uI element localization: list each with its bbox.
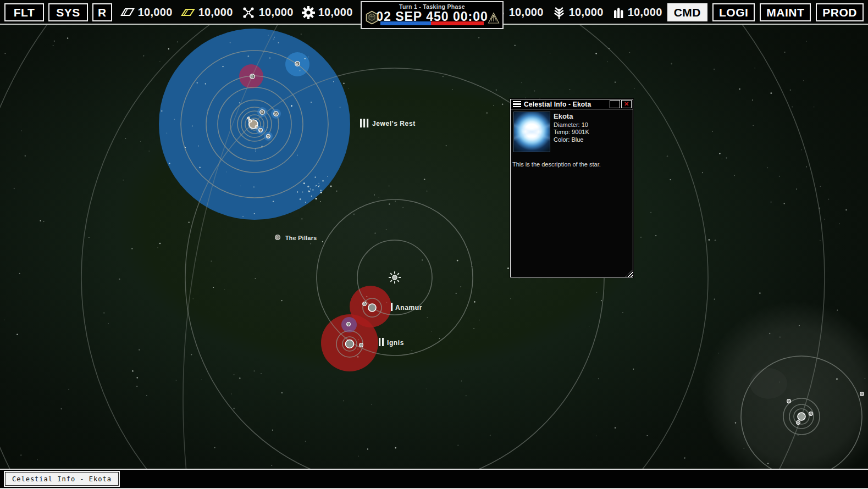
star-map[interactable]: Jewel's Rest The Pillars Anamur Ignis <box>0 0 868 489</box>
resource-gold: 10,000 <box>180 6 233 19</box>
moon[interactable] <box>860 392 864 396</box>
label-the-pillars[interactable]: The Pillars <box>285 235 317 241</box>
planet-ignis[interactable] <box>346 340 354 348</box>
cargo-hex-icon <box>365 10 379 27</box>
r-button[interactable]: R <box>92 3 112 21</box>
moon[interactable] <box>360 343 363 347</box>
resource-value: 10,000 <box>138 6 173 19</box>
moon[interactable] <box>267 135 270 138</box>
resource-value: 10,000 <box>509 6 544 19</box>
star-temp: Temp: 9001K <box>554 129 589 136</box>
resource-machinery: 10,000 <box>301 5 353 20</box>
label-anamur[interactable]: Anamur <box>391 303 422 312</box>
moon[interactable] <box>809 412 813 416</box>
asteroid-the-pillars[interactable] <box>275 235 280 240</box>
moon[interactable] <box>797 421 800 425</box>
wheat-icon <box>552 5 566 20</box>
close-button[interactable]: ✕ <box>621 100 632 108</box>
gear-icon <box>301 5 316 20</box>
crystal-icon <box>241 5 256 20</box>
moon-lightblue[interactable] <box>295 62 300 66</box>
menu-icon[interactable] <box>513 101 521 108</box>
production-button[interactable]: PROD <box>816 3 864 21</box>
resource-minerals: 10,000 <box>120 6 173 19</box>
moon[interactable] <box>260 110 264 114</box>
moon[interactable] <box>274 112 278 116</box>
resource-value: 10,000 <box>628 6 662 19</box>
label-ignis[interactable]: Ignis <box>379 338 404 347</box>
star-info: Ekota Diameter: 10 Temp: 9001K Color: Bl… <box>554 113 589 143</box>
star-description: This is the description of the star. <box>512 161 631 168</box>
resource-rare-metals: 10,000 <box>241 5 294 20</box>
resource-value: 10,000 <box>198 6 233 19</box>
window-titlebar[interactable]: Celestial Info - Ekota _ ✕ <box>511 99 633 109</box>
moon[interactable] <box>259 129 263 132</box>
tier-marker <box>391 303 392 311</box>
moon[interactable] <box>363 302 367 306</box>
gold-icon <box>180 6 196 19</box>
minimize-button[interactable]: _ <box>610 100 620 108</box>
top-bar: FLT SYS R 10,000 10,000 <box>0 0 868 25</box>
svg-text:Ignis: Ignis <box>387 339 404 347</box>
planet-bottom-right[interactable] <box>798 413 805 420</box>
label-jewels-rest[interactable]: Jewel's Rest <box>360 119 416 127</box>
celestial-info-window: Celestial Info - Ekota _ ✕ Ekota Diamete… <box>510 99 633 277</box>
star-name: Ekota <box>554 113 589 120</box>
resource-munitions: 10,000 <box>612 5 662 20</box>
resize-handle[interactable] <box>626 270 633 277</box>
resource-value: 10,000 <box>259 6 294 19</box>
resource-value: 10,000 <box>318 6 353 19</box>
planet-anamur[interactable] <box>368 304 376 312</box>
moon-magenta[interactable] <box>250 74 255 79</box>
svg-text:Anamur: Anamur <box>395 304 422 312</box>
faction-trident-icon <box>487 12 500 27</box>
svg-text:Jewel's Rest: Jewel's Rest <box>372 120 416 127</box>
svg-text:The Pillars: The Pillars <box>285 235 317 241</box>
resource-value: 10,000 <box>569 6 604 19</box>
progress-blue <box>380 21 431 25</box>
tier-marker <box>360 119 368 127</box>
turn-panel: Turn 1 - Tasking Phase 02 SEP 450 00:00 <box>361 1 504 29</box>
star-color: Color: Blue <box>554 136 589 144</box>
progress-red <box>431 21 484 25</box>
resource-agriculture: 10,000 <box>552 5 604 20</box>
turn-progress-bar <box>380 21 484 25</box>
moon[interactable] <box>787 399 791 403</box>
maintenance-button[interactable]: MAINT <box>760 3 811 21</box>
window-title: Celestial Info - Ekota <box>524 101 610 108</box>
star-image <box>513 112 550 152</box>
moon-purple[interactable] <box>347 323 351 326</box>
star-ekota[interactable] <box>389 271 401 284</box>
fleet-button[interactable]: FLT <box>4 3 44 21</box>
ore-icon <box>120 6 135 19</box>
systems-button[interactable]: SYS <box>48 3 88 21</box>
logistics-button[interactable]: LOGI <box>712 3 755 21</box>
taskbar: Celestial Info - Ekota <box>0 469 868 489</box>
window-content: Ekota Diameter: 10 Temp: 9001K Color: Bl… <box>511 109 633 277</box>
taskbar-item-celestial-info[interactable]: Celestial Info - Ekota <box>5 472 119 486</box>
star-diameter: Diameter: 10 <box>554 121 589 129</box>
command-button[interactable]: CMD <box>667 3 707 21</box>
zone-gray-blob <box>750 368 787 399</box>
bullets-icon <box>612 5 625 20</box>
